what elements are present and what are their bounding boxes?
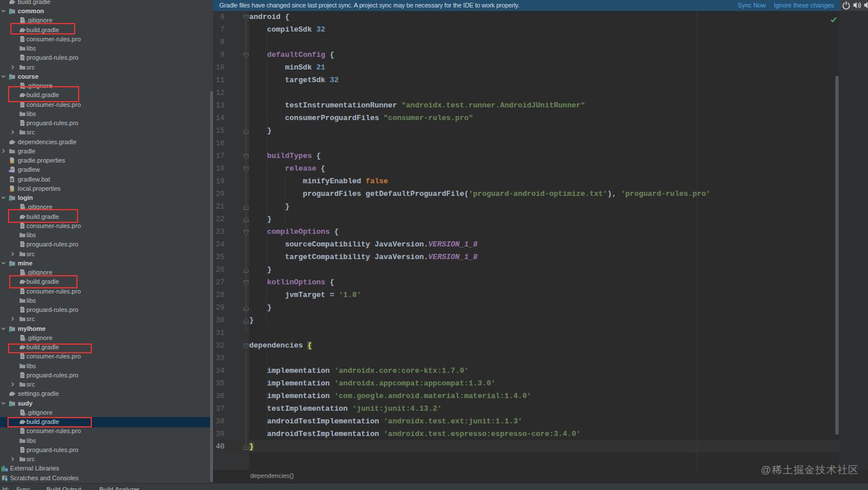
svg-text:exe: exe [9, 170, 13, 172]
